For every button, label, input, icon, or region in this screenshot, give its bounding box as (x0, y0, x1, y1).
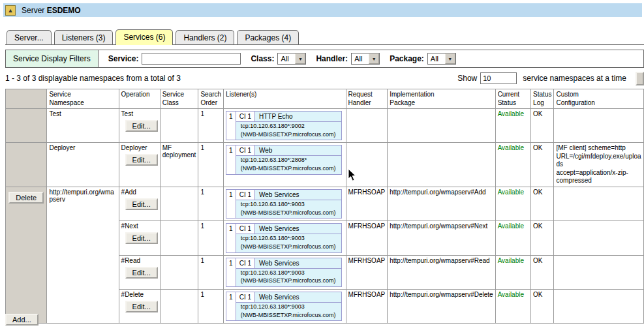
listener-conversation: CI 1 (236, 112, 255, 121)
tab-listeners[interactable]: Listeners (3) (54, 30, 114, 44)
current-status-cell: Available (495, 221, 530, 255)
current-status-cell: Available (495, 187, 530, 220)
table-header-row: Service Namespace Operation Service Clas… (6, 89, 644, 109)
status-log-cell: OK (531, 143, 554, 187)
listener-cell: 1 CI 1 Web tcp:10.120.63.180*:2808* (NWB… (224, 143, 346, 187)
operation-label: #Add (121, 189, 158, 196)
status-log-cell: OK (531, 109, 554, 143)
listener-index: 1 (226, 292, 236, 320)
listener-box[interactable]: 1 CI 1 Web Services tcp:10.120.63.180*:9… (226, 189, 342, 219)
edit-button[interactable]: Edit... (125, 267, 158, 279)
listener-conversation: CI 1 (236, 258, 255, 268)
chevron-down-icon[interactable]: ▼ (445, 53, 455, 64)
tab-bar: Server... Listeners (3) Services (6) Han… (5, 29, 644, 45)
current-status-cell: Available (495, 143, 530, 187)
status-log-cell: OK (531, 255, 554, 289)
show-count-input[interactable] (480, 72, 517, 84)
header-gutter (6, 89, 47, 109)
status-log-cell: OK (531, 290, 554, 324)
class-filter-label: Class: (251, 54, 274, 63)
listener-host: (NWB-MBISSETXP.microfocus.com) (236, 130, 341, 140)
service-class-cell (160, 221, 198, 255)
listener-cell: 1 CI 1 Web Services tcp:10.120.63.180*:9… (224, 255, 346, 289)
implementation-package-cell: http://tempuri.org/wmapserv#Read (388, 255, 495, 289)
edit-button[interactable]: Edit... (125, 198, 158, 210)
implementation-package-cell: http://tempuri.org/wmapserv#Add (388, 187, 495, 220)
current-status-cell: Available (495, 290, 530, 324)
page-title: Server ESDEMO (22, 6, 81, 15)
handler-filter-value: All (352, 55, 369, 63)
edit-button[interactable]: Edit... (125, 232, 158, 244)
listener-box[interactable]: 1 CI 1 HTTP Echo tcp:10.120.63.180*:9002… (226, 111, 342, 140)
listener-host: (NWB-MBISSETXP.microfocus.com) (236, 277, 341, 286)
namespace-cell: http://tempuri.org/wmapserv (47, 187, 119, 324)
current-status-cell: Available (495, 255, 530, 289)
service-filter-label: Service: (108, 54, 139, 63)
service-class-cell (160, 290, 198, 324)
class-filter-value: All (278, 55, 295, 63)
row-gutter: Delete (6, 187, 47, 324)
service-filter-input[interactable] (142, 53, 241, 65)
collapse-triangle-icon[interactable]: ▲ (5, 5, 16, 16)
services-table: Service Namespace Operation Service Clas… (5, 89, 644, 324)
package-filter-select[interactable]: All ▼ (427, 53, 456, 65)
search-order-cell: 1 (198, 109, 224, 143)
chevron-down-icon[interactable]: ▼ (369, 53, 379, 64)
search-order-cell: 1 (198, 290, 224, 324)
listener-index: 1 (226, 224, 236, 252)
edit-button[interactable]: Edit... (125, 301, 158, 312)
listener-conversation: CI 1 (236, 190, 255, 200)
service-class-cell (160, 109, 198, 143)
listener-address: tcp:10.120.63.180*:9003 (236, 269, 341, 277)
col-service-namespace: Service Namespace (47, 89, 119, 109)
request-handler-cell: MFRHSOAP (346, 290, 388, 324)
col-implementation-package: Implementation Package (388, 89, 495, 109)
operation-label: #Delete (121, 291, 158, 298)
search-order-cell: 1 (198, 255, 224, 289)
edit-button[interactable]: Edit... (125, 120, 158, 132)
operation-cell: #Add Edit... (119, 187, 160, 220)
listener-box[interactable]: 1 CI 1 Web Services tcp:10.120.63.180*:9… (226, 223, 342, 252)
apply-show-button[interactable] (636, 72, 644, 85)
listener-index: 1 (226, 112, 236, 140)
listener-box[interactable]: 1 CI 1 Web Services tcp:10.120.63.180*:9… (226, 258, 342, 287)
request-handler-cell (346, 143, 388, 187)
tab-packages[interactable]: Packages (4) (237, 30, 299, 44)
custom-configuration-cell (554, 109, 644, 143)
listener-name: Web Services (255, 292, 303, 302)
title-prefix: Server (22, 6, 44, 15)
class-filter-select[interactable]: All ▼ (277, 53, 306, 65)
custom-configuration-cell (554, 290, 644, 324)
custom-configuration-cell: [MF client] scheme=http URL=/cgi/mfdeplo… (554, 143, 644, 187)
server-titlebar: ▲ Server ESDEMO (3, 3, 642, 17)
chevron-down-icon[interactable]: ▼ (295, 53, 305, 64)
tab-services[interactable]: Services (6) (115, 29, 173, 45)
listener-box[interactable]: 1 CI 1 Web Services tcp:10.120.63.180*:9… (226, 292, 342, 321)
operation-cell: #Next Edit... (119, 221, 160, 255)
show-suffix-label: service namespaces at a time (523, 74, 626, 83)
service-class-cell (160, 187, 198, 220)
listener-host: (NWB-MBISSETXP.microfocus.com) (236, 243, 341, 252)
listener-box[interactable]: 1 CI 1 Web tcp:10.120.63.180*:2808* (NWB… (226, 145, 342, 174)
delete-button[interactable]: Delete (8, 192, 44, 204)
handler-filter-select[interactable]: All ▼ (351, 53, 380, 65)
namespace-cell: Test (47, 109, 119, 143)
listener-cell: 1 CI 1 Web Services tcp:10.120.63.180*:9… (224, 187, 346, 220)
add-button[interactable]: Add... (5, 314, 38, 326)
listener-index: 1 (226, 258, 236, 286)
pagination-row: 1 - 3 of 3 displayable namespaces from a… (5, 71, 644, 85)
current-status-cell: Available (495, 109, 530, 143)
col-search-order: Search Order (198, 89, 224, 109)
col-current-status: Current Status (495, 89, 530, 109)
edit-button[interactable]: Edit... (125, 154, 158, 166)
operation-cell: Deployer Edit... (119, 143, 160, 187)
listener-address: tcp:10.120.63.180*:9003 (236, 234, 341, 243)
tab-handlers[interactable]: Handlers (2) (176, 30, 234, 44)
listener-name: HTTP Echo (255, 112, 297, 121)
listener-host: (NWB-MBISSETXP.microfocus.com) (236, 164, 341, 174)
listener-cell: 1 CI 1 HTTP Echo tcp:10.120.63.180*:9002… (224, 109, 346, 143)
tab-server[interactable]: Server... (7, 30, 52, 44)
handler-filter-label: Handler: (316, 54, 348, 63)
request-handler-cell: MFRHSOAP (346, 255, 388, 289)
search-order-cell: 1 (198, 187, 224, 220)
